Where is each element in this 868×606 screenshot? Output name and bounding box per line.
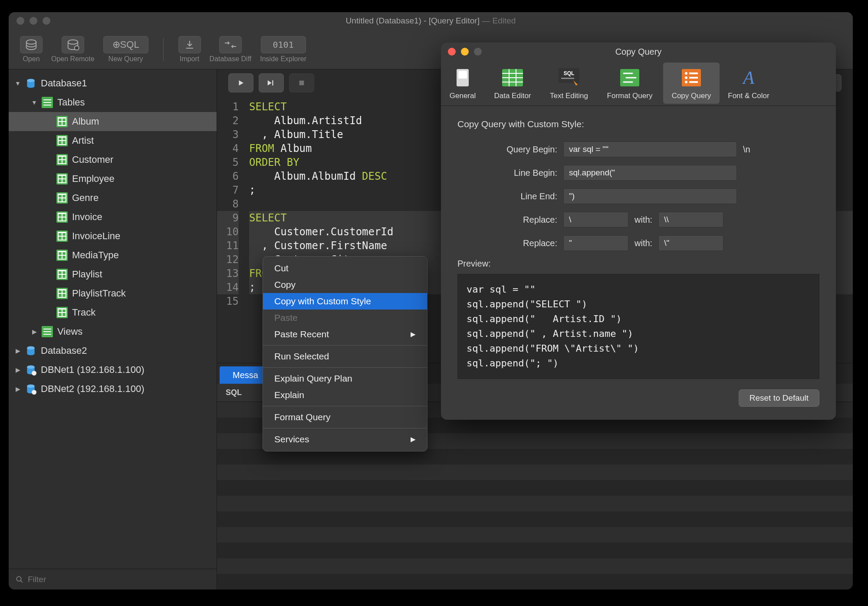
chevron-down-icon[interactable]: ▼ xyxy=(31,99,37,105)
database-node[interactable]: ▼ Database1 xyxy=(9,74,217,93)
svg-rect-14 xyxy=(272,80,273,86)
table-icon xyxy=(56,231,68,242)
menu-separator xyxy=(263,406,427,406)
svg-rect-37 xyxy=(689,81,698,83)
ctx-cut[interactable]: Cut xyxy=(263,260,427,277)
open-remote-button[interactable]: Open Remote xyxy=(47,34,99,65)
new-query-button[interactable]: ⊕SQL New Query xyxy=(99,34,153,65)
input-replace-to-1[interactable] xyxy=(658,212,723,227)
tab-text-editing[interactable]: SQL Text Editing xyxy=(541,61,597,105)
remote-db-node[interactable]: ▶ DBNet1 (192.168.1.100) xyxy=(9,360,217,379)
chevron-down-icon[interactable]: ▼ xyxy=(15,80,21,86)
chevron-right-icon[interactable]: ▶ xyxy=(31,329,37,335)
ctx-paste-recent[interactable]: Paste Recent▶ xyxy=(263,326,427,343)
tab-data-editor[interactable]: Data Editor xyxy=(484,61,541,105)
titlebar: Untitled (Database1) - [Query Editor] — … xyxy=(9,12,853,30)
input-replace-from-1[interactable] xyxy=(563,212,628,227)
ctx-format[interactable]: Format Query xyxy=(263,409,427,425)
table-item-playlisttrack[interactable]: PlaylistTrack xyxy=(9,284,217,303)
input-replace-from-2[interactable] xyxy=(563,235,628,251)
database-network-icon xyxy=(25,364,36,375)
table-item-employee[interactable]: Employee xyxy=(9,169,217,188)
views-folder[interactable]: ▶ Views xyxy=(9,322,217,341)
svg-rect-17 xyxy=(458,71,467,79)
svg-rect-15 xyxy=(299,81,304,86)
new-query-label: New Query xyxy=(108,55,143,63)
table-item-album[interactable]: Album xyxy=(9,112,217,131)
tab-format-query[interactable]: Format Query xyxy=(597,61,662,105)
remote-name: DBNet2 (192.168.1.100) xyxy=(41,383,145,395)
tables-label: Tables xyxy=(57,97,85,108)
switch-icon xyxy=(451,66,474,89)
table-item-mediatype[interactable]: MediaType xyxy=(9,246,217,265)
label-replace: Replace: xyxy=(457,238,557,248)
tab-copy-query[interactable]: Copy Query xyxy=(663,63,720,104)
database-network-icon xyxy=(25,383,36,395)
input-query-begin[interactable] xyxy=(563,142,737,157)
sidebar: ▼ Database1 ▼ Tables Album Artist Custom xyxy=(9,69,217,590)
ctx-paste: Paste xyxy=(263,310,427,326)
input-replace-to-2[interactable] xyxy=(658,235,723,251)
stop-button[interactable] xyxy=(289,73,314,92)
ctx-copy[interactable]: Copy xyxy=(263,277,427,293)
inside-explorer-label: Inside Explorer xyxy=(260,55,306,63)
preview-label: Preview: xyxy=(457,259,819,269)
tab-label: Text Editing xyxy=(550,92,588,100)
table-item-invoiceline[interactable]: InvoiceLine xyxy=(9,227,217,246)
preferences-window: Copy Query General Data Editor SQL Text … xyxy=(441,43,836,420)
table-name: MediaType xyxy=(72,250,119,261)
table-item-customer[interactable]: Customer xyxy=(9,150,217,169)
search-icon xyxy=(16,576,23,583)
tables-folder[interactable]: ▼ Tables xyxy=(9,93,217,112)
table-name: Track xyxy=(72,307,95,318)
input-line-end[interactable] xyxy=(563,188,737,204)
input-line-begin[interactable] xyxy=(563,165,737,181)
binary-icon: 0101 xyxy=(261,36,306,53)
suffix-newline: \n xyxy=(743,145,750,155)
tab-font-color[interactable]: A Font & Color xyxy=(720,61,777,105)
chevron-right-icon[interactable]: ▶ xyxy=(15,348,21,354)
filter-input[interactable] xyxy=(28,575,210,584)
open-label: Open xyxy=(23,55,39,63)
grid-icon xyxy=(501,66,524,89)
ctx-services[interactable]: Services▶ xyxy=(263,431,427,448)
label-query-begin: Query Begin: xyxy=(457,145,557,155)
ctx-explain[interactable]: Explain xyxy=(263,387,427,403)
ctx-copy-custom[interactable]: Copy with Custom Style xyxy=(263,293,427,310)
table-icon xyxy=(56,116,68,127)
sql-column-header[interactable]: SQL xyxy=(217,384,269,402)
database-tree: ▼ Database1 ▼ Tables Album Artist Custom xyxy=(9,69,217,569)
title-edited: — Edited xyxy=(480,16,516,25)
table-item-track[interactable]: Track xyxy=(9,303,217,322)
tab-label: Copy Query xyxy=(672,92,711,100)
prefs-title: Copy Query xyxy=(441,47,836,57)
svg-rect-26 xyxy=(561,78,574,79)
database-node[interactable]: ▶ Database2 xyxy=(9,341,217,360)
table-item-genre[interactable]: Genre xyxy=(9,188,217,207)
table-icon xyxy=(56,307,68,318)
run-button[interactable] xyxy=(228,73,253,92)
remote-db-node[interactable]: ▶ DBNet2 (192.168.1.100) xyxy=(9,379,217,399)
table-name: Invoice xyxy=(72,211,102,223)
svg-point-6 xyxy=(27,346,34,350)
database-diff-button[interactable]: Database Diff xyxy=(205,34,256,65)
remote-name: DBNet1 (192.168.1.100) xyxy=(41,364,145,375)
diff-icon xyxy=(219,36,242,53)
inside-explorer-button[interactable]: 0101 Inside Explorer xyxy=(256,34,311,65)
open-button[interactable]: Open xyxy=(16,34,47,65)
table-item-invoice[interactable]: Invoice xyxy=(9,207,217,227)
sql-plus-icon: ⊕SQL xyxy=(103,36,148,53)
table-item-playlist[interactable]: Playlist xyxy=(9,265,217,284)
reset-button[interactable]: Reset to Default xyxy=(739,389,819,407)
import-button[interactable]: Import xyxy=(174,34,205,65)
chevron-right-icon[interactable]: ▶ xyxy=(15,367,21,373)
table-icon xyxy=(56,211,68,223)
tab-general[interactable]: General xyxy=(441,61,484,105)
diff-label: Database Diff xyxy=(210,55,252,63)
ctx-run-selected[interactable]: Run Selected xyxy=(263,348,427,365)
run-step-button[interactable] xyxy=(259,73,284,92)
tab-label: General xyxy=(450,92,476,100)
ctx-explain-plan[interactable]: Explain Query Plan xyxy=(263,370,427,387)
table-item-artist[interactable]: Artist xyxy=(9,131,217,150)
chevron-right-icon[interactable]: ▶ xyxy=(15,386,21,392)
